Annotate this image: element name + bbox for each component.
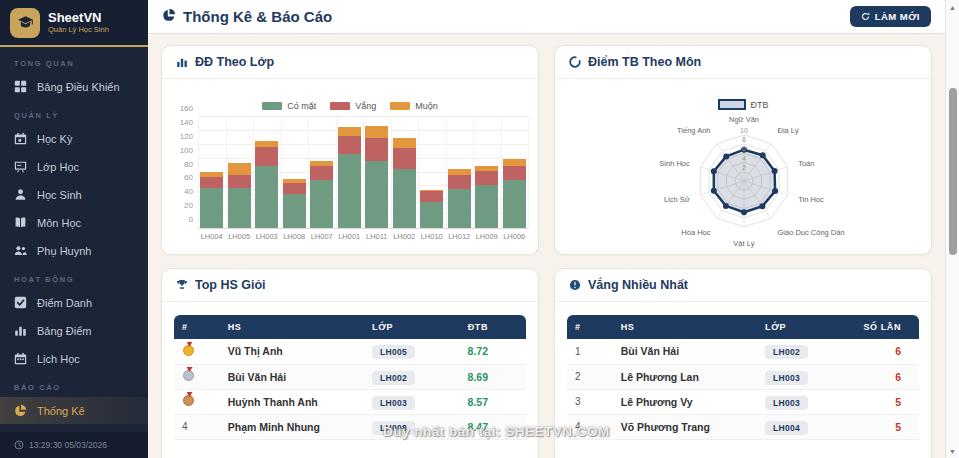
y-axis-tick: 60	[184, 173, 193, 182]
svg-text:Giáo Dục Công Dân: Giáo Dục Công Dân	[778, 228, 845, 237]
rank-cell	[174, 339, 220, 364]
calendar-day-icon	[14, 132, 27, 145]
bar-segment	[503, 159, 526, 166]
table-row[interactable]: 3Lê Phương VyLH0035	[567, 389, 919, 414]
column-header: LỚP	[364, 315, 456, 339]
table-row[interactable]: Bùi Văn HảiLH0028.69	[174, 364, 526, 389]
legend-item[interactable]: Muộn	[390, 101, 438, 111]
bar-LH011[interactable]	[363, 117, 391, 228]
table-row[interactable]: Vũ Thị AnhLH0058.72	[174, 339, 526, 364]
clock-icon	[14, 440, 24, 450]
y-axis-tick: 100	[180, 145, 193, 154]
table-row[interactable]: Huỳnh Thanh AnhLH0038.57	[174, 389, 526, 414]
sidebar-item-thong-ke[interactable]: Thống Kê	[0, 397, 148, 424]
student-name: Phạm Minh Nhung	[220, 414, 364, 439]
table-row[interactable]: 4Võ Phương TrangLH0045	[567, 414, 919, 439]
student-name: Huỳnh Thanh Anh	[220, 389, 364, 414]
scroll-up-arrow[interactable]: ▲	[946, 0, 959, 14]
sidebar-item-mon-hoc[interactable]: Môn Học	[0, 209, 148, 236]
x-axis-label: LH005	[226, 232, 254, 241]
bar-segment	[200, 188, 223, 228]
svg-text:10: 10	[740, 127, 748, 134]
bar-LH009[interactable]	[473, 117, 501, 228]
class-badge: LH003	[765, 396, 808, 410]
bar-LH010[interactable]	[418, 117, 446, 228]
bar-LH002[interactable]	[391, 117, 419, 228]
legend-label: Vắng	[355, 101, 376, 111]
book-icon	[14, 216, 27, 229]
class-cell: LH002	[364, 364, 456, 389]
card-title: Top HS Giỏi	[195, 278, 266, 292]
footer-datetime: 13:29:30 05/03/2026	[29, 440, 107, 450]
x-axis-label: LH007	[308, 232, 336, 241]
legend-swatch	[262, 102, 282, 110]
column-header: HS	[220, 315, 364, 339]
class-badge: LH008	[372, 421, 415, 435]
y-axis-tick: 80	[184, 159, 193, 168]
y-axis-tick: 160	[180, 104, 193, 113]
scrollbar-thumb[interactable]	[949, 88, 957, 255]
bar-LH001[interactable]	[336, 117, 364, 228]
bar-segment	[310, 180, 333, 228]
radar-legend: ĐTB	[555, 99, 931, 110]
rank-cell: 4	[567, 414, 613, 439]
bar-LH012[interactable]	[446, 117, 474, 228]
sidebar-item-diem-danh[interactable]: Điểm Danh	[0, 289, 148, 316]
bar-LH008[interactable]	[281, 117, 309, 228]
refresh-button-label: LÀM MỚI	[875, 11, 920, 22]
legend-item[interactable]: Vắng	[330, 101, 376, 111]
sidebar-item-hoc-ky[interactable]: Học Kỳ	[0, 125, 148, 152]
top-students-table: #HSLỚPĐTB Vũ Thị AnhLH0058.72Bùi Văn Hải…	[174, 315, 526, 440]
sidebar-item-bang-diem[interactable]: Bảng Điểm	[0, 317, 148, 344]
chalkboard-icon	[14, 160, 27, 173]
radar-legend-swatch	[718, 99, 746, 110]
svg-text:Sinh Học: Sinh Học	[659, 159, 690, 168]
bar-LH003[interactable]	[253, 117, 281, 228]
sidebar-item-label: Môn Học	[37, 217, 81, 229]
bar-LH007[interactable]	[308, 117, 336, 228]
refresh-button[interactable]: LÀM MỚI	[850, 6, 931, 27]
y-axis-tick: 120	[180, 131, 193, 140]
alert-circle-icon	[569, 279, 581, 291]
table-row[interactable]: 2Lê Phương LanLH0036	[567, 364, 919, 389]
class-badge: LH005	[372, 345, 415, 359]
bar-chart-legend: Có mặtVắngMuộn	[162, 79, 538, 111]
bar-chart-x-labels: LH004LH005LH003LH008LH007LH001LH011LH002…	[198, 232, 528, 241]
sidebar-item-phu-huynh[interactable]: Phụ Huynh	[0, 237, 148, 264]
sidebar-item-lop-hoc[interactable]: Lớp Học	[0, 153, 148, 180]
sidebar-item-label: Bảng Điểm	[37, 325, 91, 337]
table-row[interactable]: 4Phạm Minh NhungLH0088.47	[174, 414, 526, 439]
class-cell: LH008	[364, 414, 456, 439]
graduation-cap-icon	[10, 8, 40, 38]
bar-segment	[283, 194, 306, 228]
bar-LH006[interactable]	[501, 117, 529, 228]
stacked-bar-chart: 020406080100120140160	[198, 117, 528, 229]
legend-item[interactable]: Có mặt	[262, 101, 316, 111]
column-header: #	[174, 315, 220, 339]
rank-cell: 3	[567, 389, 613, 414]
bar-LH004[interactable]	[198, 117, 226, 228]
scroll-down-arrow[interactable]: ▼	[946, 444, 959, 458]
refresh-icon	[861, 12, 870, 21]
y-axis-tick: 0	[189, 215, 193, 224]
bar-chart-icon	[14, 324, 27, 337]
bar-segment	[393, 138, 416, 148]
student-name: Bùi Văn Hải	[613, 339, 757, 364]
user-icon	[14, 188, 27, 201]
sidebar-item-bang-dieu-khien[interactable]: Bảng Điều Khiển	[0, 73, 148, 100]
card-title: Điểm TB Theo Môn	[588, 55, 701, 69]
legend-label: Muộn	[415, 101, 438, 111]
y-axis-tick: 40	[184, 187, 193, 196]
bar-segment	[310, 166, 333, 180]
x-axis-label: LH012	[446, 232, 474, 241]
vertical-scrollbar[interactable]: ▲ ▼	[945, 0, 959, 458]
sidebar-item-hoc-sinh[interactable]: Học Sinh	[0, 181, 148, 208]
class-badge: LH004	[765, 421, 808, 435]
medal-bronze-icon	[183, 395, 194, 406]
sidebar-item-lich-hoc[interactable]: Lịch Học	[0, 345, 148, 372]
table-row[interactable]: 1Bùi Văn HảiLH0026	[567, 339, 919, 364]
x-axis-label: LH008	[281, 232, 309, 241]
bar-segment	[365, 138, 388, 161]
bar-LH005[interactable]	[226, 117, 254, 228]
radar-legend-label: ĐTB	[751, 100, 769, 110]
